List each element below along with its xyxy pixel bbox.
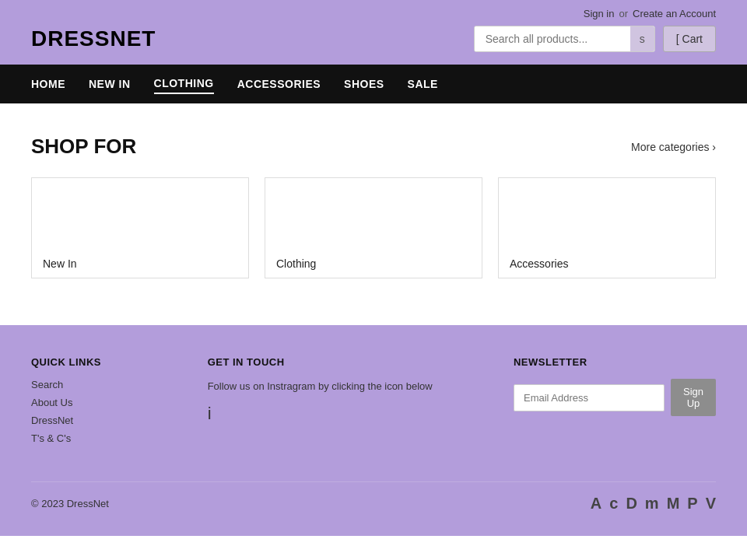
copyright: © 2023 DressNet: [31, 498, 109, 509]
payment-icon-0: A: [591, 495, 601, 513]
nav-accessories[interactable]: ACCESSORIES: [237, 75, 321, 93]
search-button[interactable]: s: [630, 26, 654, 51]
payment-icon-4: M: [667, 495, 680, 513]
category-grid: New In Clothing Accessories: [31, 177, 716, 278]
cart-button[interactable]: [ Cart: [663, 26, 716, 52]
auth-separator: or: [619, 8, 628, 19]
shop-for-header: SHOP FOR More categories ›: [31, 135, 716, 159]
footer-quick-links: QUICK LINKS Search About Us DressNet T's…: [31, 356, 161, 450]
footer-get-in-touch: GET IN TOUCH Follow us on Instragram by …: [208, 356, 467, 450]
nav-bar: HOME NEW IN CLOTHING ACCESSORIES SHOES S…: [0, 65, 747, 103]
payment-icon-2: D: [626, 495, 637, 513]
nav-home[interactable]: HOME: [31, 75, 65, 93]
category-card-accessories[interactable]: Accessories: [498, 177, 716, 278]
nav-sale[interactable]: SALE: [408, 75, 438, 93]
payment-icon-1: c: [609, 495, 618, 513]
footer-newsletter: NEWSLETTER Sign Up: [514, 356, 716, 450]
create-account-link[interactable]: Create an Account: [633, 8, 716, 19]
nav-clothing[interactable]: CLOTHING: [154, 74, 214, 94]
footer-bottom: © 2023 DressNet A c D m M P V: [31, 481, 716, 513]
more-categories-link[interactable]: More categories ›: [631, 141, 716, 153]
footer-link-search[interactable]: Search: [31, 379, 161, 390]
footer-top: QUICK LINKS Search About Us DressNet T's…: [31, 356, 716, 450]
footer-link-dressnet[interactable]: DressNet: [31, 415, 161, 426]
newsletter-heading: NEWSLETTER: [514, 356, 716, 368]
category-label-accessories: Accessories: [510, 257, 568, 270]
shop-for-title: SHOP FOR: [31, 135, 136, 159]
signin-link[interactable]: Sign in: [584, 8, 615, 19]
instagram-icon[interactable]: i: [208, 404, 212, 423]
signup-button[interactable]: Sign Up: [671, 379, 716, 416]
get-in-touch-heading: GET IN TOUCH: [208, 356, 467, 368]
header-right: s [ Cart: [474, 26, 716, 52]
payment-icon-6: V: [706, 495, 716, 513]
header: Sign in or Create an Account DRESSNET s …: [0, 0, 747, 65]
search-box: s: [474, 26, 655, 52]
logo: DRESSNET: [31, 26, 156, 51]
newsletter-row: Sign Up: [514, 379, 716, 416]
payment-icon-3: m: [645, 495, 659, 513]
cart-label: Cart: [682, 33, 703, 45]
header-row: DRESSNET s [ Cart: [31, 26, 716, 65]
footer-link-tcs[interactable]: T's & C's: [31, 432, 161, 444]
category-card-clothing[interactable]: Clothing: [265, 177, 482, 278]
main-content: SHOP FOR More categories › New In Clothi…: [0, 103, 747, 325]
payment-icons: A c D m M P V: [591, 495, 716, 513]
footer: QUICK LINKS Search About Us DressNet T's…: [0, 325, 747, 536]
category-label-clothing: Clothing: [276, 257, 316, 270]
email-input[interactable]: [514, 384, 665, 411]
cart-icon: [: [676, 33, 679, 45]
nav-shoes[interactable]: SHOES: [344, 75, 384, 93]
footer-link-about[interactable]: About Us: [31, 397, 161, 408]
nav-new-in[interactable]: NEW IN: [89, 75, 131, 93]
category-label-new-in: New In: [43, 257, 77, 270]
quick-links-heading: QUICK LINKS: [31, 356, 161, 368]
payment-icon-5: P: [687, 495, 697, 513]
category-card-new-in[interactable]: New In: [31, 177, 249, 278]
search-input[interactable]: [475, 26, 630, 51]
get-in-touch-text: Follow us on Instragram by clicking the …: [208, 379, 467, 394]
auth-bar: Sign in or Create an Account: [31, 8, 716, 26]
